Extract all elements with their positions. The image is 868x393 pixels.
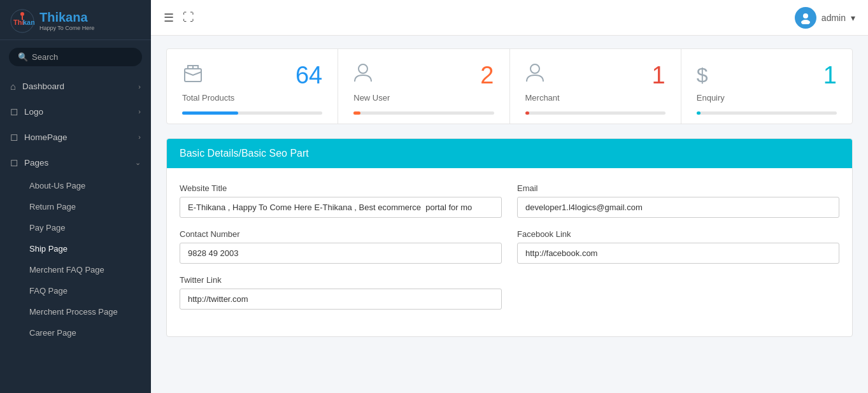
- stat-card-total-products: 64 Total Products: [167, 49, 338, 124]
- facebook-input[interactable]: [517, 243, 839, 264]
- sidebar-item-pay[interactable]: Pay Page: [0, 217, 151, 238]
- form-group-facebook: Facebook Link: [517, 229, 839, 264]
- svg-point-5: [803, 13, 808, 18]
- contact-label: Contact Number: [180, 229, 502, 239]
- twitter-input[interactable]: [180, 289, 502, 310]
- website-title-input[interactable]: [180, 197, 502, 218]
- topbar: ☰ ⛶ admin ▾: [151, 0, 868, 36]
- sidebar-item-label: Dashboard: [22, 82, 64, 91]
- stat-card-merchant: 1 Merchant: [510, 49, 681, 124]
- stat-card-new-user: 2 New User: [338, 49, 509, 124]
- sidebar-item-homepage[interactable]: ◻ HomePage ›: [0, 124, 151, 150]
- email-input[interactable]: [517, 197, 839, 218]
- form-group-empty: [517, 275, 839, 310]
- stat-label-merchant: Merchant: [525, 93, 665, 103]
- form-group-email: Email: [517, 183, 839, 218]
- form-row-twitter: Twitter Link: [180, 275, 839, 310]
- stat-label-products: Total Products: [182, 93, 322, 103]
- content-area: 64 Total Products 2 New U: [151, 36, 868, 393]
- svg-point-9: [359, 64, 367, 73]
- stat-number-products: 64: [295, 62, 322, 89]
- sidebar-item-merchant-process[interactable]: Merchent Process Page: [0, 301, 151, 322]
- sidebar-logo: Thi kana Thikana Happy To Come Here: [0, 0, 151, 40]
- form-body: Website Title Email Contact Number Faceb: [167, 168, 852, 336]
- form-group-website-title: Website Title: [180, 183, 502, 218]
- sidebar-item-label: Logo: [24, 107, 43, 117]
- dollar-icon: $: [697, 64, 708, 87]
- avatar: [795, 7, 816, 29]
- chevron-right-icon: ›: [138, 83, 141, 90]
- search-box[interactable]: 🔍: [9, 48, 142, 66]
- sidebar-item-faq[interactable]: FAQ Page: [0, 280, 151, 301]
- website-title-label: Website Title: [180, 183, 502, 193]
- main-area: ☰ ⛶ admin ▾: [151, 0, 868, 393]
- chevron-down-icon: ⌄: [135, 159, 141, 167]
- email-label: Email: [517, 183, 839, 193]
- user-icon: [353, 62, 373, 89]
- svg-text:kana: kana: [23, 18, 34, 26]
- stat-number-merchant: 1: [652, 62, 665, 89]
- sidebar-item-dashboard[interactable]: ⌂ Dashboard ›: [0, 74, 151, 99]
- sidebar-item-logo[interactable]: ◻ Logo ›: [0, 99, 151, 124]
- admin-label: admin: [822, 13, 846, 23]
- stat-label-users: New User: [353, 93, 494, 103]
- homepage-icon: ◻: [10, 131, 18, 143]
- admin-menu[interactable]: admin ▾: [795, 7, 855, 29]
- sidebar-item-label: Pages: [24, 158, 48, 168]
- admin-dropdown-icon: ▾: [851, 13, 855, 23]
- svg-point-3: [20, 12, 24, 16]
- stat-label-enquiry: Enquiry: [697, 93, 837, 103]
- expand-button[interactable]: ⛶: [183, 11, 194, 24]
- section-header: Basic Details/Basic Seo Part: [167, 139, 852, 168]
- stat-number-users: 2: [480, 62, 494, 89]
- form-group-twitter: Twitter Link: [180, 275, 502, 310]
- contact-input[interactable]: [180, 243, 502, 264]
- form-group-contact: Contact Number: [180, 229, 502, 264]
- sidebar: Thi kana Thikana Happy To Come Here 🔍 ⌂ …: [0, 0, 151, 393]
- stat-bar-products: [182, 111, 322, 115]
- stat-bar-merchant: [525, 111, 665, 115]
- menu-toggle-button[interactable]: ☰: [164, 11, 174, 25]
- sidebar-item-pages[interactable]: ◻ Pages ⌄: [0, 150, 151, 175]
- sidebar-item-return[interactable]: Return Page: [0, 196, 151, 217]
- form-row-website-email: Website Title Email: [180, 183, 839, 218]
- form-row-contact-facebook: Contact Number Facebook Link: [180, 229, 839, 264]
- logo-tagline: Happy To Come Here: [39, 25, 94, 31]
- sidebar-item-label: HomePage: [24, 132, 68, 142]
- box-icon: [182, 62, 204, 89]
- stats-row: 64 Total Products 2 New U: [166, 48, 853, 124]
- chevron-right-icon: ›: [138, 108, 141, 115]
- sidebar-item-about-us[interactable]: About-Us Page: [0, 175, 151, 196]
- form-section: Basic Details/Basic Seo Part Website Tit…: [166, 138, 853, 337]
- sidebar-item-career[interactable]: Career Page: [0, 322, 151, 343]
- search-input[interactable]: [32, 52, 133, 62]
- search-icon: 🔍: [18, 52, 28, 62]
- home-icon: ⌂: [10, 81, 16, 92]
- sidebar-item-ship[interactable]: Ship Page: [0, 238, 151, 259]
- svg-point-10: [530, 64, 539, 73]
- svg-point-6: [801, 20, 810, 24]
- merchant-icon: [525, 62, 544, 89]
- logo-nav-icon: ◻: [10, 106, 18, 117]
- twitter-label: Twitter Link: [180, 275, 502, 285]
- stat-bar-users: [353, 111, 494, 115]
- stat-card-enquiry: $ 1 Enquiry: [681, 49, 852, 124]
- stat-number-enquiry: 1: [823, 62, 837, 89]
- stat-bar-enquiry: [697, 111, 837, 115]
- logo-brand: Thikana: [39, 11, 88, 24]
- facebook-label: Facebook Link: [517, 229, 839, 239]
- pages-icon: ◻: [10, 157, 18, 168]
- chevron-right-icon: ›: [138, 133, 141, 141]
- sidebar-item-merchant-faq[interactable]: Merchent FAQ Page: [0, 259, 151, 280]
